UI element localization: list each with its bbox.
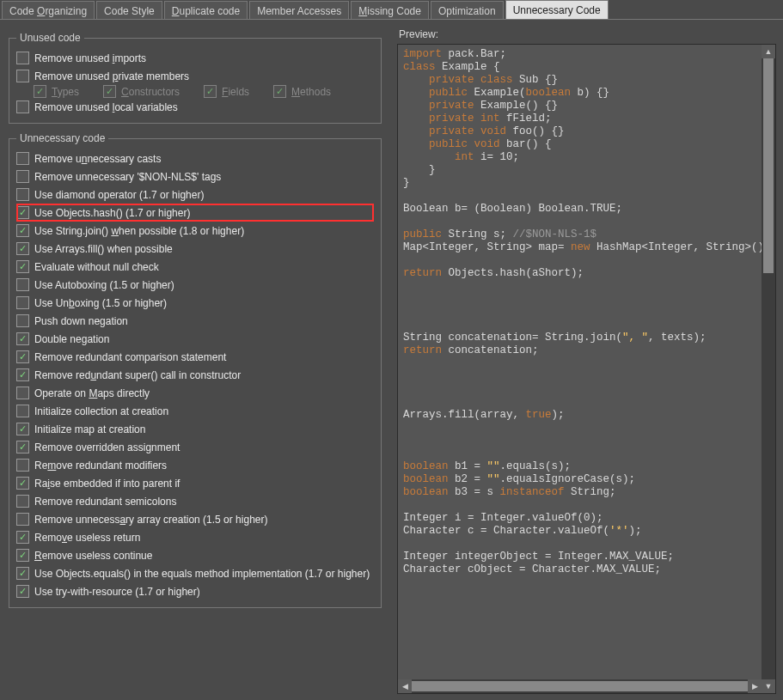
horizontal-scrollbar[interactable]: ◀ ▶ — [398, 679, 762, 693]
vertical-scrollbar[interactable]: ▲ ▼ — [762, 45, 775, 693]
checkbox-icon[interactable] — [16, 224, 29, 237]
checkbox-icon[interactable] — [16, 188, 29, 201]
unnecessary-option-4[interactable]: Use String.join() when possible (1.8 or … — [16, 222, 374, 240]
unnecessary-option-21[interactable]: Remove useless return — [16, 528, 374, 546]
unnecessary-option-11[interactable]: Remove redundant comparison statement — [16, 348, 374, 366]
horizontal-scroll-thumb[interactable] — [412, 681, 748, 691]
checkbox-icon[interactable] — [16, 441, 29, 453]
checkbox-icon — [103, 85, 116, 98]
checkbox-icon — [34, 85, 46, 98]
unnecessary-option-7[interactable]: Use Autoboxing (1.5 or higher) — [16, 276, 374, 294]
checkbox-icon[interactable] — [16, 100, 29, 113]
checkbox-icon[interactable] — [16, 549, 29, 562]
checkbox-label: Use Objects.hash() (1.7 or higher) — [34, 207, 190, 219]
checkbox-icon[interactable] — [16, 260, 29, 273]
unnecessary-option-9[interactable]: Push down negation — [16, 312, 374, 330]
checkbox-icon[interactable] — [16, 531, 29, 544]
checkbox-icon[interactable] — [16, 405, 29, 417]
checkbox-icon[interactable] — [16, 206, 29, 219]
unused-option-1[interactable]: Remove unused private members — [16, 67, 374, 85]
tab-code-organizing[interactable]: Code Organizing — [2, 1, 95, 19]
checkbox-icon[interactable] — [16, 296, 29, 309]
checkbox-icon[interactable] — [16, 332, 29, 345]
checkbox-icon[interactable] — [16, 513, 29, 526]
unnecessary-option-15[interactable]: Initialize map at creation — [16, 420, 374, 438]
tab-optimization[interactable]: Optimization — [431, 1, 504, 19]
unnecessary-option-20[interactable]: Remove unnecessary array creation (1.5 o… — [16, 510, 374, 528]
unused-code-group: Unused code Remove unused importsRemove … — [9, 32, 382, 124]
tab-code-style[interactable]: Code Style — [96, 1, 162, 19]
checkbox-label: Evaluate without null check — [34, 261, 159, 273]
checkbox-label: Remove useless return — [34, 532, 140, 544]
unnecessary-option-13[interactable]: Operate on Maps directly — [16, 384, 374, 402]
checkbox-icon[interactable] — [16, 350, 29, 363]
scroll-right-icon[interactable]: ▶ — [748, 679, 762, 693]
checkbox-icon[interactable] — [16, 314, 29, 327]
checkbox-icon[interactable] — [16, 70, 29, 82]
scroll-left-icon[interactable]: ◀ — [398, 679, 412, 693]
unnecessary-option-16[interactable]: Remove overridden assignment — [16, 438, 374, 456]
tab-duplicate-code[interactable]: Duplicate code — [164, 1, 248, 19]
checkbox-icon — [273, 85, 286, 98]
unnecessary-option-17[interactable]: Remove redundant modifiers — [16, 456, 374, 474]
checkbox-icon[interactable] — [16, 567, 29, 580]
tab-missing-code[interactable]: Missing Code — [351, 1, 429, 19]
checkbox-label: Remove redundant semicolons — [34, 496, 176, 508]
tab-member-accesses[interactable]: Member Accesses — [249, 1, 349, 19]
unnecessary-option-1[interactable]: Remove unnecessary '$NON-NLS$' tags — [16, 167, 374, 186]
unused-sub-3: Methods — [273, 85, 331, 98]
checkbox-icon[interactable] — [16, 152, 29, 165]
unused-sub-2: Fields — [204, 85, 249, 98]
unused-option-0[interactable]: Remove unused imports — [16, 49, 374, 67]
unused-code-legend: Unused code — [16, 32, 84, 44]
checkbox-icon[interactable] — [16, 459, 29, 472]
unnecessary-option-6[interactable]: Evaluate without null check — [16, 258, 374, 276]
unused-option-last[interactable]: Remove unused local variables — [16, 98, 374, 116]
unnecessary-option-19[interactable]: Remove redundant semicolons — [16, 492, 374, 510]
checkbox-label: Use diamond operator (1.7 or higher) — [34, 189, 204, 201]
unnecessary-option-8[interactable]: Use Unboxing (1.5 or higher) — [16, 294, 374, 312]
unnecessary-option-12[interactable]: Remove redundant super() call in constru… — [16, 366, 374, 384]
unnecessary-option-0[interactable]: Remove unnecessary casts — [16, 149, 374, 167]
checkbox-label: Remove useless continue — [34, 550, 152, 562]
tab-unnecessary-code[interactable]: Unnecessary Code — [505, 0, 609, 19]
checkbox-label: Initialize map at creation — [34, 423, 145, 435]
tabs-bar: Code OrganizingCode StyleDuplicate codeM… — [0, 0, 783, 20]
unnecessary-option-22[interactable]: Remove useless continue — [16, 546, 374, 564]
unnecessary-option-24[interactable]: Use try-with-resource (1.7 or higher) — [16, 582, 374, 600]
checkbox-label: Operate on Maps directly — [34, 387, 150, 399]
right-pane: Preview: import pack.Bar; class Example … — [390, 20, 783, 700]
unnecessary-option-5[interactable]: Use Arrays.fill() when possible — [16, 240, 374, 258]
checkbox-label: Methods — [291, 86, 331, 98]
unnecessary-option-3[interactable]: Use Objects.hash() (1.7 or higher) — [16, 204, 374, 222]
scroll-down-icon[interactable]: ▼ — [762, 679, 775, 693]
unnecessary-option-14[interactable]: Initialize collection at creation — [16, 402, 374, 420]
unnecessary-code-group: Unnecessary code Remove unnecessary cast… — [9, 132, 382, 608]
scroll-up-icon[interactable]: ▲ — [762, 45, 775, 58]
checkbox-icon[interactable] — [16, 170, 29, 183]
checkbox-label: Use Unboxing (1.5 or higher) — [34, 297, 167, 309]
preview-code: import pack.Bar; class Example { private… — [398, 45, 762, 693]
main-split: Unused code Remove unused importsRemove … — [0, 20, 783, 700]
unnecessary-option-10[interactable]: Double negation — [16, 330, 374, 348]
checkbox-icon[interactable] — [16, 52, 29, 64]
checkbox-label: Remove overridden assignment — [34, 441, 180, 453]
checkbox-icon[interactable] — [16, 387, 29, 399]
unnecessary-option-2[interactable]: Use diamond operator (1.7 or higher) — [16, 186, 374, 204]
checkbox-icon[interactable] — [16, 423, 29, 435]
checkbox-label: Initialize collection at creation — [34, 405, 168, 417]
checkbox-label: Use Objects.equals() in the equals metho… — [34, 568, 370, 580]
unnecessary-option-23[interactable]: Use Objects.equals() in the equals metho… — [16, 564, 374, 582]
checkbox-icon[interactable] — [16, 495, 29, 508]
checkbox-icon[interactable] — [16, 368, 29, 381]
checkbox-label: Remove unnecessary casts — [34, 153, 161, 165]
checkbox-icon[interactable] — [16, 585, 29, 598]
checkbox-icon[interactable] — [16, 477, 29, 490]
checkbox-icon[interactable] — [16, 242, 29, 255]
vertical-scroll-thumb[interactable] — [763, 58, 774, 273]
checkbox-label: Use try-with-resource (1.7 or higher) — [34, 586, 200, 598]
checkbox-label: Remove redundant comparison statement — [34, 351, 226, 363]
checkbox-icon[interactable] — [16, 278, 29, 291]
checkbox-label: Remove redundant super() call in constru… — [34, 369, 241, 381]
unnecessary-option-18[interactable]: Raise embedded if into parent if — [16, 474, 374, 492]
